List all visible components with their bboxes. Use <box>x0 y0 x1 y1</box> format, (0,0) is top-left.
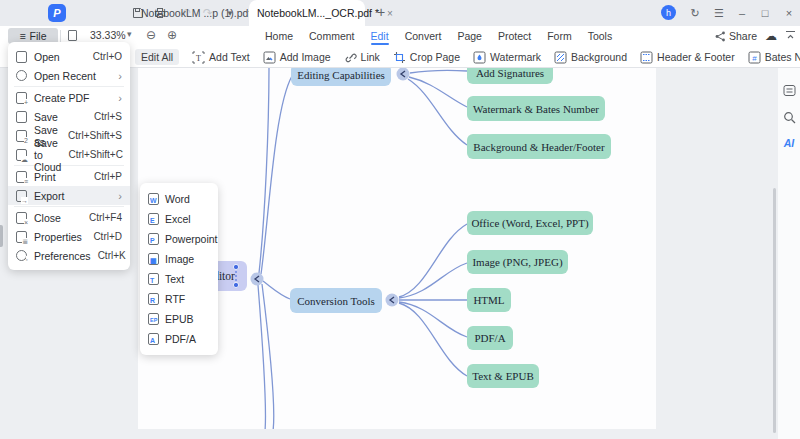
ai-assistant-icon[interactable]: AI <box>782 136 796 150</box>
background-icon <box>554 51 567 64</box>
submenu-item-image[interactable]: ▦ Image <box>140 249 218 269</box>
watermark-button[interactable]: Watermark <box>473 51 541 64</box>
edit-all-button[interactable]: Edit All <box>135 49 179 65</box>
menu-item-open[interactable]: Open Ctrl+O <box>8 47 130 66</box>
app-logo[interactable]: P <box>48 4 66 22</box>
user-avatar[interactable]: h <box>661 5 676 20</box>
vertical-scrollbar[interactable] <box>773 188 776 433</box>
create-pdf-icon: + <box>16 92 27 104</box>
new-tab-button[interactable]: + <box>372 4 390 22</box>
tab-notebooklm-1[interactable]: NotebookLM ...p (1).pdf * <box>133 0 266 26</box>
background-button[interactable]: Background <box>554 51 627 64</box>
bates-number-button[interactable]: # Bates Number <box>748 51 800 64</box>
main-menu: Home Comment Edit Convert Page Protect F… <box>265 26 612 46</box>
mindmap-leaf-pdfa[interactable]: PDF/A <box>467 326 513 350</box>
mindmap-leaf-text-epub[interactable]: Text & EPUB <box>467 364 539 388</box>
submenu-item-pdfa[interactable]: A PDF/A <box>140 329 218 349</box>
sync-icon[interactable]: ↻ <box>684 0 706 26</box>
app-menu-icon[interactable]: ☰ <box>708 0 730 26</box>
header-footer-button[interactable]: Header & Footer <box>640 51 735 64</box>
mindmap-leaf-add-signatures[interactable]: Add Signatures <box>467 68 553 84</box>
menu-item-export[interactable]: → Export › <box>8 186 130 205</box>
properties-icon: ≣ <box>16 231 27 243</box>
mindmap-leaf-html[interactable]: HTML <box>467 288 511 312</box>
hamburger-icon: ≡ <box>19 30 25 42</box>
share-button[interactable]: Share <box>715 30 757 42</box>
preferences-icon: ◦ <box>16 250 27 261</box>
submenu-arrow-icon: › <box>118 190 122 202</box>
menu-item-close[interactable]: × Close Ctrl+F4 <box>8 208 130 227</box>
menu-item-save-to-cloud[interactable]: ☁ Save to Cloud Ctrl+Shift+C <box>8 145 130 164</box>
close-button[interactable]: × <box>778 0 800 26</box>
tab-notebooklm-ocr[interactable]: NotebookLM..._OCR.pdf * × <box>249 0 365 26</box>
divider <box>60 30 61 42</box>
submenu-arrow-icon: › <box>118 92 122 104</box>
search-icon[interactable] <box>782 110 796 124</box>
shortcut: Ctrl+D <box>93 231 122 242</box>
mindmap-leaf-office[interactable]: Office (Word, Excel, PPT) <box>467 211 593 235</box>
menu-item-properties[interactable]: ≣ Properties Ctrl+D <box>8 227 130 246</box>
menu-label: Print <box>34 171 56 183</box>
menu-item-preferences[interactable]: ◦ Preferences Ctrl+K <box>8 246 130 265</box>
submenu-label: Powerpoint <box>165 233 218 245</box>
crop-page-label: Crop Page <box>410 51 460 63</box>
submenu-item-word[interactable]: W Word <box>140 189 218 209</box>
add-text-button[interactable]: T Add Text <box>192 51 250 64</box>
menu-home[interactable]: Home <box>265 27 293 45</box>
shortcut: Ctrl+F4 <box>89 212 122 223</box>
menu-tools[interactable]: Tools <box>588 27 613 45</box>
crop-page-button[interactable]: Crop Page <box>393 51 460 64</box>
menu-item-save[interactable]: Save Ctrl+S <box>8 107 130 126</box>
save-cloud-icon: ☁ <box>16 149 27 161</box>
link-button[interactable]: Link <box>344 51 380 64</box>
menu-label: Open <box>34 51 60 63</box>
submenu-item-rtf[interactable]: R RTF <box>140 289 218 309</box>
left-panel-handle[interactable] <box>0 225 3 247</box>
mindmap-leaf-image[interactable]: Image (PNG, JPEG) <box>467 250 568 274</box>
add-image-label: Add Image <box>280 51 331 63</box>
zoom-out-button[interactable]: ⊖ <box>146 28 156 42</box>
menu-item-open-recent[interactable]: Open Recent › <box>8 66 130 85</box>
bates-number-icon: # <box>748 51 761 64</box>
zoom-in-button[interactable]: ⊕ <box>167 28 177 42</box>
submenu-item-text[interactable]: T Text <box>140 269 218 289</box>
menu-page[interactable]: Page <box>457 27 482 45</box>
menu-comment[interactable]: Comment <box>309 27 355 45</box>
menu-form[interactable]: Form <box>547 27 572 45</box>
header-footer-icon <box>640 51 653 64</box>
menu-item-create-pdf[interactable]: + Create PDF › <box>8 88 130 107</box>
pdfa-icon: A <box>148 333 159 345</box>
background-label: Background <box>571 51 627 63</box>
mindmap-branch-conversion-tools[interactable]: Conversion Tools <box>290 288 382 313</box>
pdfelement-window: P ↶ ↷ ▾ NotebookLM ...p (1).pdf * Notebo… <box>0 0 800 439</box>
menu-item-print[interactable]: ≡ Print Ctrl+P <box>8 167 130 186</box>
submenu-label: Excel <box>165 213 191 225</box>
menu-item-save-as[interactable]: 2 Save as Ctrl+Shift+S <box>8 126 130 145</box>
submenu-item-epub[interactable]: EP EPUB <box>140 309 218 329</box>
menu-convert[interactable]: Convert <box>405 27 442 45</box>
collapse-toolbar-icon[interactable] <box>785 30 796 42</box>
minimize-button[interactable]: – <box>731 0 753 26</box>
submenu-item-powerpoint[interactable]: P Powerpoint <box>140 229 218 249</box>
maximize-button[interactable]: □ <box>754 0 776 26</box>
text-icon: T <box>148 273 159 285</box>
mindmap-branch-editing-capabilities[interactable]: Editing Capabilities <box>291 68 391 86</box>
crop-page-icon <box>393 51 406 64</box>
zoom-level[interactable]: 33.33% <box>90 29 126 41</box>
properties-panel-icon[interactable] <box>782 83 796 97</box>
zoom-caret-icon[interactable]: ▾ <box>127 29 132 39</box>
add-text-icon: T <box>192 51 205 64</box>
menu-protect[interactable]: Protect <box>498 27 531 45</box>
submenu-item-excel[interactable]: E Excel <box>140 209 218 229</box>
cloud-icon[interactable]: ☁ <box>765 29 777 43</box>
menu-edit[interactable]: Edit <box>371 27 389 45</box>
page-size-icon[interactable] <box>68 30 77 41</box>
add-image-button[interactable]: Add Image <box>263 51 331 64</box>
shortcut: Ctrl+O <box>93 51 122 62</box>
divider <box>14 165 124 166</box>
mindmap-leaf-watermark-bates[interactable]: Watermark & Bates Number <box>467 96 605 121</box>
menu-label: Save to Cloud <box>34 137 61 173</box>
powerpoint-icon: P <box>148 233 159 245</box>
mindmap-leaf-background-header[interactable]: Background & Header/Footer <box>467 134 611 159</box>
print-icon: ≡ <box>16 171 27 183</box>
